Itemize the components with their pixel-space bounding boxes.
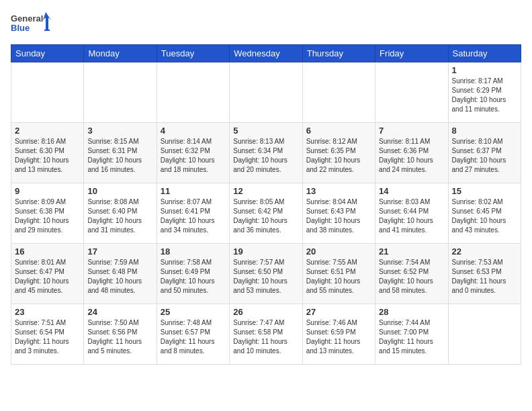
day-info: Sunrise: 8:03 AM Sunset: 6:44 PM Dayligh… [379, 197, 444, 235]
day-info: Sunrise: 8:13 AM Sunset: 6:34 PM Dayligh… [233, 137, 298, 175]
calendar-cell [375, 62, 448, 123]
calendar-cell: 23Sunrise: 7:51 AM Sunset: 6:54 PM Dayli… [11, 304, 84, 365]
day-info: Sunrise: 8:09 AM Sunset: 6:38 PM Dayligh… [15, 197, 80, 235]
calendar-cell: 6Sunrise: 8:12 AM Sunset: 6:35 PM Daylig… [302, 123, 375, 183]
day-header-friday: Friday [375, 45, 448, 62]
day-info: Sunrise: 8:01 AM Sunset: 6:47 PM Dayligh… [15, 258, 80, 295]
calendar-cell: 18Sunrise: 7:58 AM Sunset: 6:49 PM Dayli… [157, 244, 229, 304]
calendar-cell: 24Sunrise: 7:50 AM Sunset: 6:56 PM Dayli… [84, 304, 157, 365]
day-info: Sunrise: 8:04 AM Sunset: 6:43 PM Dayligh… [306, 197, 371, 235]
calendar-cell: 19Sunrise: 7:57 AM Sunset: 6:50 PM Dayli… [230, 244, 302, 304]
day-header-monday: Monday [84, 45, 157, 62]
day-info: Sunrise: 8:07 AM Sunset: 6:41 PM Dayligh… [161, 197, 226, 235]
day-info: Sunrise: 7:46 AM Sunset: 6:59 PM Dayligh… [306, 318, 371, 356]
day-header-saturday: Saturday [448, 45, 521, 62]
logo-icon: General Blue [11, 11, 51, 39]
calendar-cell: 11Sunrise: 8:07 AM Sunset: 6:41 PM Dayli… [157, 183, 229, 244]
calendar-week-row: 16Sunrise: 8:01 AM Sunset: 6:47 PM Dayli… [11, 244, 521, 304]
calendar-cell [448, 304, 521, 365]
calendar-cell: 8Sunrise: 8:10 AM Sunset: 6:37 PM Daylig… [448, 123, 521, 183]
day-number: 8 [452, 126, 517, 136]
day-number: 13 [306, 186, 371, 196]
calendar-cell: 7Sunrise: 8:11 AM Sunset: 6:36 PM Daylig… [375, 123, 448, 183]
calendar-cell [157, 62, 229, 123]
day-info: Sunrise: 7:53 AM Sunset: 6:53 PM Dayligh… [452, 258, 517, 295]
page-header: General Blue [11, 11, 521, 39]
day-number: 23 [15, 307, 80, 317]
day-number: 27 [306, 307, 371, 317]
day-header-sunday: Sunday [11, 45, 84, 62]
calendar-week-row: 1Sunrise: 8:17 AM Sunset: 6:29 PM Daylig… [11, 62, 521, 123]
day-number: 17 [87, 246, 152, 257]
calendar-cell [230, 62, 302, 123]
day-info: Sunrise: 7:54 AM Sunset: 6:52 PM Dayligh… [379, 258, 444, 295]
calendar-cell: 21Sunrise: 7:54 AM Sunset: 6:52 PM Dayli… [375, 244, 448, 304]
day-number: 28 [379, 307, 444, 317]
calendar-cell: 10Sunrise: 8:08 AM Sunset: 6:40 PM Dayli… [84, 183, 157, 244]
day-info: Sunrise: 7:51 AM Sunset: 6:54 PM Dayligh… [15, 318, 80, 356]
svg-text:Blue: Blue [11, 23, 30, 33]
day-header-thursday: Thursday [302, 45, 375, 62]
day-info: Sunrise: 7:47 AM Sunset: 6:58 PM Dayligh… [233, 318, 298, 356]
calendar-cell: 14Sunrise: 8:03 AM Sunset: 6:44 PM Dayli… [375, 183, 448, 244]
day-info: Sunrise: 8:02 AM Sunset: 6:45 PM Dayligh… [452, 197, 517, 235]
calendar-cell: 22Sunrise: 7:53 AM Sunset: 6:53 PM Dayli… [448, 244, 521, 304]
day-info: Sunrise: 8:14 AM Sunset: 6:32 PM Dayligh… [161, 137, 226, 175]
day-number: 19 [233, 246, 298, 257]
day-number: 3 [87, 126, 152, 136]
calendar-cell: 5Sunrise: 8:13 AM Sunset: 6:34 PM Daylig… [230, 123, 302, 183]
day-number: 21 [379, 246, 444, 257]
day-number: 2 [15, 126, 80, 136]
calendar-cell [302, 62, 375, 123]
calendar-cell: 12Sunrise: 8:05 AM Sunset: 6:42 PM Dayli… [230, 183, 302, 244]
day-info: Sunrise: 7:48 AM Sunset: 6:57 PM Dayligh… [161, 318, 226, 356]
day-info: Sunrise: 8:05 AM Sunset: 6:42 PM Dayligh… [233, 197, 298, 235]
calendar-cell: 16Sunrise: 8:01 AM Sunset: 6:47 PM Dayli… [11, 244, 84, 304]
calendar-cell: 20Sunrise: 7:55 AM Sunset: 6:51 PM Dayli… [302, 244, 375, 304]
calendar-week-row: 2Sunrise: 8:16 AM Sunset: 6:30 PM Daylig… [11, 123, 521, 183]
calendar-table: SundayMondayTuesdayWednesdayThursdayFrid… [11, 44, 521, 365]
day-number: 11 [161, 186, 226, 196]
day-number: 22 [452, 246, 517, 257]
calendar-cell: 4Sunrise: 8:14 AM Sunset: 6:32 PM Daylig… [157, 123, 229, 183]
day-number: 14 [379, 186, 444, 196]
day-number: 5 [233, 126, 298, 136]
day-number: 20 [306, 246, 371, 257]
day-info: Sunrise: 8:11 AM Sunset: 6:36 PM Dayligh… [379, 137, 444, 175]
day-number: 6 [306, 126, 371, 136]
svg-text:General: General [11, 13, 43, 24]
day-info: Sunrise: 7:59 AM Sunset: 6:48 PM Dayligh… [87, 258, 152, 295]
day-number: 26 [233, 307, 298, 317]
calendar-cell: 17Sunrise: 7:59 AM Sunset: 6:48 PM Dayli… [84, 244, 157, 304]
calendar-cell: 28Sunrise: 7:44 AM Sunset: 7:00 PM Dayli… [375, 304, 448, 365]
day-number: 15 [452, 186, 517, 196]
calendar-cell: 1Sunrise: 8:17 AM Sunset: 6:29 PM Daylig… [448, 62, 521, 123]
day-number: 18 [161, 246, 226, 257]
day-info: Sunrise: 7:44 AM Sunset: 7:00 PM Dayligh… [379, 318, 444, 356]
calendar-cell: 26Sunrise: 7:47 AM Sunset: 6:58 PM Dayli… [230, 304, 302, 365]
day-info: Sunrise: 7:50 AM Sunset: 6:56 PM Dayligh… [87, 318, 152, 356]
day-info: Sunrise: 8:15 AM Sunset: 6:31 PM Dayligh… [87, 137, 152, 175]
day-number: 16 [15, 246, 80, 257]
calendar-cell: 3Sunrise: 8:15 AM Sunset: 6:31 PM Daylig… [84, 123, 157, 183]
calendar-cell: 27Sunrise: 7:46 AM Sunset: 6:59 PM Dayli… [302, 304, 375, 365]
calendar-cell: 15Sunrise: 8:02 AM Sunset: 6:45 PM Dayli… [448, 183, 521, 244]
day-number: 7 [379, 126, 444, 136]
day-number: 1 [452, 65, 517, 75]
calendar-cell: 9Sunrise: 8:09 AM Sunset: 6:38 PM Daylig… [11, 183, 84, 244]
day-header-wednesday: Wednesday [230, 45, 302, 62]
calendar-cell: 25Sunrise: 7:48 AM Sunset: 6:57 PM Dayli… [157, 304, 229, 365]
day-info: Sunrise: 8:10 AM Sunset: 6:37 PM Dayligh… [452, 137, 517, 175]
day-info: Sunrise: 7:57 AM Sunset: 6:50 PM Dayligh… [233, 258, 298, 295]
day-info: Sunrise: 8:08 AM Sunset: 6:40 PM Dayligh… [87, 197, 152, 235]
logo: General Blue [11, 11, 51, 39]
day-info: Sunrise: 8:16 AM Sunset: 6:30 PM Dayligh… [15, 137, 80, 175]
day-number: 12 [233, 186, 298, 196]
day-number: 24 [87, 307, 152, 317]
calendar-cell: 2Sunrise: 8:16 AM Sunset: 6:30 PM Daylig… [11, 123, 84, 183]
day-number: 4 [161, 126, 226, 136]
day-info: Sunrise: 8:17 AM Sunset: 6:29 PM Dayligh… [452, 77, 517, 114]
day-info: Sunrise: 7:55 AM Sunset: 6:51 PM Dayligh… [306, 258, 371, 295]
day-header-tuesday: Tuesday [157, 45, 229, 62]
day-info: Sunrise: 7:58 AM Sunset: 6:49 PM Dayligh… [161, 258, 226, 295]
